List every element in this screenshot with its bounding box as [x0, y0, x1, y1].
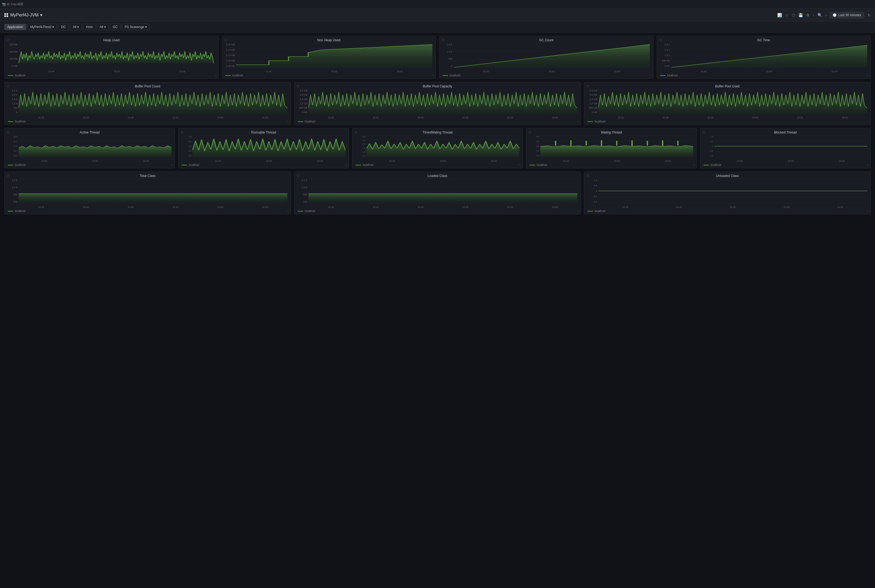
y-axis: 2.5 K2.0 K1.5 K1.0 K5000	[8, 89, 19, 114]
filter-gc-type[interactable]: PS Scavenge ▾	[122, 24, 150, 30]
info-icon[interactable]: ⓘ	[528, 130, 531, 134]
chart-svg-area	[598, 179, 867, 203]
filter-dc[interactable]: DC	[58, 24, 69, 30]
app-title[interactable]: MyPerf4J-JVM ▾	[10, 12, 42, 18]
chart-timedwating-thread: ⓘ TimedWating Thread 3.53.02.52.01.51.0	[352, 128, 523, 168]
info-icon[interactable]: ⓘ	[659, 38, 662, 42]
info-icon[interactable]: ⓘ	[7, 84, 9, 88]
chart-svg-area	[453, 43, 650, 68]
expand-icon[interactable]: ⤡	[287, 120, 289, 123]
refresh-icon[interactable]: ↻	[867, 13, 870, 17]
legend-label: localhost	[667, 74, 678, 77]
info-icon[interactable]: ⓘ	[224, 38, 227, 42]
legend-label: localhost	[232, 74, 243, 77]
expand-icon[interactable]: ⤡	[867, 120, 869, 123]
chart-heap-used: ⓘ Heap Used 300 MB200 MB100 MB0 MB	[5, 36, 219, 79]
expand-icon[interactable]: ⤡	[287, 210, 289, 213]
grid-icon[interactable]	[5, 13, 8, 17]
info-icon[interactable]: ⓘ	[297, 174, 299, 178]
info-icon[interactable]: ⓘ	[586, 174, 589, 178]
dropdown-arrow-icon: ▾	[40, 12, 42, 18]
filter-instance[interactable]: MyPerf4JTest2 ▾	[27, 24, 57, 30]
chart-title: Blocked Thread	[704, 130, 867, 134]
info-icon[interactable]: ⓘ	[355, 130, 357, 134]
chart-title: Loaded Class	[298, 174, 577, 178]
chart-svg-area	[19, 135, 171, 157]
chart-plot-area: 1.00.50-0.5-1.0 15:4015:5016:00	[704, 135, 867, 162]
filter-host[interactable]: Host	[83, 24, 96, 30]
clock-icon: 🕐	[833, 13, 837, 17]
barchart-icon[interactable]: 📊	[777, 13, 782, 17]
nav-next-icon[interactable]: ›	[825, 13, 827, 17]
legend-label: localhost	[305, 210, 315, 213]
filter-all-dc[interactable]: All ▾	[70, 24, 82, 30]
expand-icon[interactable]: ⤡	[867, 74, 869, 77]
legend-label: localhost	[595, 120, 605, 123]
chart-svg-area	[236, 43, 433, 68]
expand-icon[interactable]: ⤡	[649, 74, 651, 77]
filter-application[interactable]: Application	[5, 24, 26, 30]
expand-icon[interactable]: ⤡	[171, 164, 173, 166]
chart-plot-area: 2.5 GB2.0 GB1.5 GB1.0 GB500 MB0 MB	[298, 89, 577, 119]
legend-label: localhost	[537, 164, 547, 166]
chart-svg-area	[540, 135, 693, 157]
chart-svg-area	[19, 179, 287, 203]
filter-all-host[interactable]: All ▾	[97, 24, 109, 30]
expand-icon[interactable]: ⤡	[867, 164, 869, 166]
chart-title: Runnable Thread	[182, 130, 345, 134]
legend: localhost	[298, 120, 577, 123]
legend: localhost	[356, 164, 519, 166]
expand-icon[interactable]: ⤡	[519, 164, 521, 166]
settings-icon[interactable]: ⚙	[806, 13, 810, 17]
info-icon[interactable]: ⓘ	[180, 130, 183, 134]
y-axis: 300 MB200 MB100 MB0 MB	[8, 43, 19, 68]
legend-label: localhost	[189, 164, 199, 166]
search-icon[interactable]: 🔍	[818, 13, 822, 17]
info-icon[interactable]: ⓘ	[442, 38, 444, 42]
chart-row-1: ⓘ Heap Used 300 MB200 MB100 MB0 MB	[5, 36, 870, 79]
y-axis: 1.5 K1.0 K5000	[443, 43, 453, 68]
info-icon[interactable]: ⓘ	[7, 174, 9, 178]
legend-label: localhost	[15, 164, 26, 166]
nav-prev-icon[interactable]: ‹	[813, 13, 814, 17]
chart-title: Wating Thread	[529, 130, 693, 134]
time-range-selector[interactable]: 🕐 Last 30 minutes	[830, 12, 864, 18]
chart-buffer-pool-capacity: ⓘ Buffer Pool Capacity 2.5 GB2.0 GB1.5 G…	[294, 82, 581, 125]
info-icon[interactable]: ⓘ	[7, 38, 9, 42]
filter-gc[interactable]: GC	[110, 24, 121, 30]
y-axis: 2.5 GB2.0 GB1.5 GB1.0 GB500 MB0 MB	[298, 89, 308, 114]
expand-icon[interactable]: ⤡	[345, 164, 347, 166]
save-icon[interactable]: 💾	[798, 13, 803, 17]
chart-plot-area: 2.5 K2.0 K1.5 K1.0 K5000	[8, 89, 287, 119]
expand-icon[interactable]: ⤡	[215, 74, 217, 77]
info-icon[interactable]: ⓘ	[586, 84, 589, 88]
legend: localhost	[298, 210, 577, 213]
titlebar-icon: 📷	[2, 2, 6, 6]
legend: localhost	[8, 164, 171, 166]
legend: localhost	[660, 74, 867, 77]
info-icon[interactable]: ⓘ	[7, 130, 9, 134]
expand-icon[interactable]: ⤡	[577, 210, 579, 213]
legend: localhost	[8, 74, 215, 77]
y-axis: 4.54.03.53.02.5	[529, 135, 540, 157]
star-icon[interactable]: ☆	[785, 13, 789, 17]
chart-svg-area	[714, 135, 867, 157]
expand-icon[interactable]: ⤡	[432, 74, 434, 77]
chart-title-heap-used: Heap Used	[8, 38, 215, 42]
legend-label: localhost	[711, 164, 721, 166]
expand-icon[interactable]: ⤡	[577, 120, 579, 123]
x-axis: 15:4015:5016:00	[192, 160, 345, 162]
x-axis: 15:4015:5016:00	[453, 70, 650, 73]
y-axis: 1.2 K1.0 K800600	[298, 179, 308, 203]
legend: localhost	[8, 120, 287, 123]
expand-icon[interactable]: ⤡	[867, 210, 869, 213]
legend: localhost	[443, 74, 650, 77]
x-axis: 15:4015:5016:00	[19, 70, 215, 73]
legend: localhost	[704, 164, 867, 166]
chart-plot-area: 7.06.05.04.03.0	[182, 135, 345, 162]
expand-icon[interactable]: ⤡	[693, 164, 695, 166]
info-icon[interactable]: ⓘ	[297, 84, 299, 88]
info-icon[interactable]: ⓘ	[702, 130, 705, 134]
x-axis: 15:3515:4015:4515:5015:5516:00	[308, 116, 577, 119]
share-icon[interactable]: ⬡	[792, 13, 795, 17]
